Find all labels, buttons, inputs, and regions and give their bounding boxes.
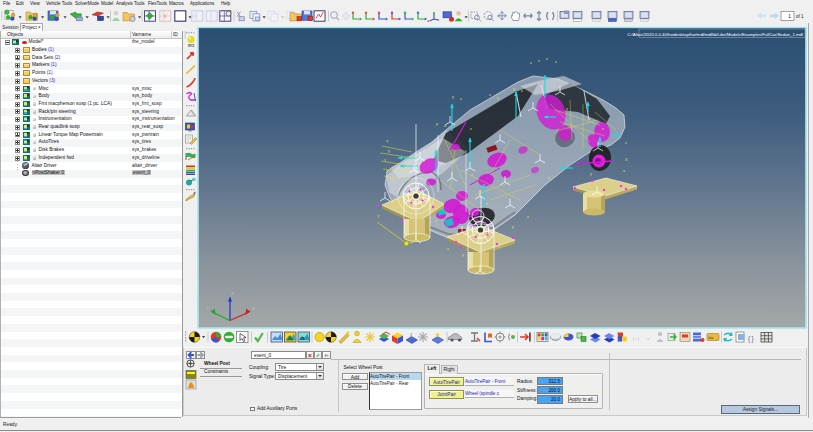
svg-text:Z: Z [231, 291, 234, 296]
svg-text:Y: Y [206, 306, 209, 311]
svg-text:tru: tru [709, 335, 714, 340]
svg-text:y: y [452, 95, 454, 99]
svg-text:x: x [435, 219, 437, 223]
svg-text:1: 1 [788, 14, 791, 19]
svg-text:z: z [489, 93, 491, 97]
svg-text:y: y [566, 107, 568, 111]
svg-text:x: x [625, 141, 627, 145]
svg-text:y: y [386, 169, 388, 173]
svg-text:z: z [418, 161, 420, 165]
svg-text:y: y [406, 167, 408, 171]
svg-text:y: y [548, 176, 550, 180]
svg-text:z: z [602, 127, 604, 131]
svg-text:x: x [527, 215, 529, 219]
svg-text:z: z [538, 59, 540, 63]
svg-text:cs: cs [300, 336, 305, 341]
svg-text:y: y [436, 122, 438, 126]
svg-text:x: x [498, 245, 500, 249]
svg-text:z: z [546, 57, 548, 61]
svg-text:.x´: .x´ [620, 336, 628, 341]
svg-text:y: y [410, 183, 412, 187]
svg-text:y: y [512, 225, 514, 229]
svg-text:y: y [513, 87, 515, 91]
svg-text:z: z [486, 202, 488, 206]
svg-text:x: x [471, 173, 473, 177]
svg-text:|+|: |+| [632, 336, 640, 341]
svg-text:of 1: of 1 [796, 14, 804, 19]
svg-text:{ }: { } [748, 335, 754, 343]
svg-text:y: y [590, 172, 592, 176]
svg-text:z: z [460, 97, 462, 101]
svg-text:z: z [458, 238, 460, 242]
svg-text:y: y [388, 149, 390, 153]
svg-text:y: y [462, 253, 464, 257]
svg-text:y: y [497, 96, 499, 100]
svg-text:x: x [447, 247, 449, 251]
svg-text:z: z [521, 89, 523, 93]
svg-text:z: z [530, 61, 532, 65]
svg-text:X: X [252, 306, 255, 311]
svg-text:'a': 'a' [644, 336, 652, 341]
svg-text:z: z [470, 127, 472, 131]
svg-text:=: = [623, 169, 625, 173]
svg-text:XYZ: XYZ [188, 44, 194, 48]
svg-text:C:/Altair/2020.0.0.40/hwdeskto: C:/Altair/2020.0.0.40/hwdesktop/hw/mdl/m… [627, 32, 803, 37]
svg-text:z: z [444, 124, 446, 128]
svg-text:z: z [401, 191, 403, 195]
svg-text:z: z [555, 60, 557, 64]
